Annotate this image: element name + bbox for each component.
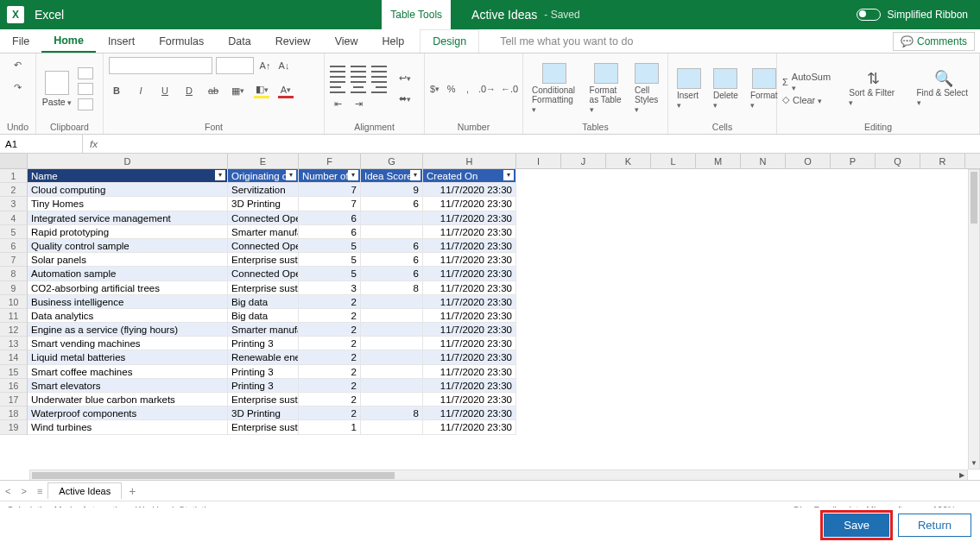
cell[interactable]: Data analytics <box>28 309 228 323</box>
tab-review[interactable]: Review <box>263 29 323 53</box>
cell[interactable]: Connected Oper <box>228 239 299 253</box>
cell[interactable]: Engine as a service (flying hours) <box>28 323 228 337</box>
tab-view[interactable]: View <box>323 29 370 53</box>
cell[interactable]: 5 <box>299 267 361 280</box>
format-as-table-button[interactable]: Format as Table <box>586 63 626 114</box>
paste-button[interactable]: Paste <box>41 71 73 107</box>
cell[interactable]: 6 <box>299 211 361 225</box>
cell[interactable]: 2 <box>299 365 361 379</box>
border-button[interactable]: ▦ <box>230 83 245 98</box>
cell[interactable] <box>361 350 423 364</box>
return-button[interactable]: Return <box>898 514 971 537</box>
bold-button[interactable]: B <box>109 83 124 98</box>
row-header[interactable]: 12 <box>0 323 28 337</box>
cell[interactable]: 11/7/2020 23:30 <box>423 420 516 434</box>
cell-styles-button[interactable]: Cell Styles <box>631 63 662 114</box>
simplified-ribbon-toggle[interactable] <box>857 9 881 21</box>
col-header[interactable]: R <box>920 154 965 168</box>
align-left-icon[interactable] <box>330 81 345 93</box>
cell[interactable]: 6 <box>361 197 423 211</box>
insert-cells-button[interactable]: Insert <box>673 68 705 110</box>
find-select-button[interactable]: 🔍Find & Select <box>914 71 974 107</box>
cell[interactable] <box>361 420 423 434</box>
cell[interactable]: Big data <box>228 309 299 323</box>
cell[interactable]: 6 <box>299 225 361 239</box>
cell[interactable]: Enterprise susta <box>228 420 299 434</box>
col-header[interactable]: M <box>696 154 741 168</box>
cell[interactable] <box>361 309 423 323</box>
cell[interactable] <box>361 393 423 406</box>
cell[interactable]: 11/7/2020 23:30 <box>423 406 516 420</box>
cell[interactable]: Solar panels <box>28 253 228 267</box>
filter-icon[interactable]: ▾ <box>215 170 225 180</box>
strikethrough-button[interactable]: ab <box>205 83 221 98</box>
col-header[interactable]: N <box>741 154 786 168</box>
cell[interactable]: 8 <box>361 281 423 295</box>
underline-button[interactable]: U <box>157 83 173 98</box>
delete-cells-button[interactable]: Delete <box>710 68 742 110</box>
cell[interactable]: Renewable ener <box>228 350 299 364</box>
cell[interactable]: 9 <box>361 183 423 197</box>
cell[interactable]: 2 <box>299 379 361 393</box>
align-top-icon[interactable] <box>330 66 345 78</box>
decrease-decimal-icon[interactable]: ←.0 <box>502 81 517 97</box>
decrease-indent-icon[interactable]: ⇤ <box>330 97 345 112</box>
cell[interactable]: 11/7/2020 23:30 <box>423 337 516 350</box>
fill-color-button[interactable]: ◧ <box>254 83 269 98</box>
sort-filter-button[interactable]: ⇅Sort & Filter <box>845 71 901 107</box>
cell[interactable]: 11/7/2020 23:30 <box>423 239 516 253</box>
document-title[interactable]: Active Ideas <box>471 8 537 22</box>
row-header[interactable]: 4 <box>0 211 28 225</box>
cell[interactable]: 11/7/2020 23:30 <box>423 295 516 309</box>
align-bottom-icon[interactable] <box>371 66 387 78</box>
cell[interactable]: 2 <box>299 337 361 350</box>
cell[interactable]: Servitization <box>228 183 299 197</box>
cell[interactable]: 8 <box>361 406 423 420</box>
row-header[interactable]: 15 <box>0 365 28 379</box>
vertical-scrollbar[interactable]: ▲ ▼ <box>968 169 980 470</box>
row-header[interactable]: 14 <box>0 350 28 364</box>
cell[interactable]: Printing 3 <box>228 365 299 379</box>
cell[interactable]: Big data <box>228 295 299 309</box>
cell[interactable]: 3D Printing <box>228 197 299 211</box>
cell[interactable]: Enterprise susta <box>228 253 299 267</box>
row-header[interactable]: 5 <box>0 225 28 239</box>
save-button[interactable]: Save <box>824 514 889 537</box>
cell[interactable]: Rapid prototyping <box>28 225 228 239</box>
select-all-corner[interactable] <box>0 154 28 168</box>
row-header[interactable]: 8 <box>0 267 28 280</box>
cell[interactable]: 6 <box>361 267 423 280</box>
currency-format-icon[interactable]: $ <box>430 81 439 97</box>
cell[interactable]: 7 <box>299 183 361 197</box>
cell[interactable]: Quality control sample <box>28 239 228 253</box>
cell[interactable]: 11/7/2020 23:30 <box>423 183 516 197</box>
sheet-nav-next-icon[interactable]: > <box>16 486 31 496</box>
merge-center-icon[interactable]: ⬌ <box>397 91 413 107</box>
cell[interactable]: 2 <box>299 309 361 323</box>
row-header[interactable]: 9 <box>0 281 28 295</box>
copy-icon[interactable] <box>78 83 93 95</box>
add-sheet-button[interactable]: + <box>122 484 142 498</box>
increase-decimal-icon[interactable]: .0→ <box>479 81 495 97</box>
row-header[interactable]: 3 <box>0 197 28 211</box>
align-middle-icon[interactable] <box>351 66 366 78</box>
filter-icon[interactable]: ▾ <box>348 170 358 180</box>
cell[interactable]: Printing 3 <box>228 337 299 350</box>
cell[interactable]: 2 <box>299 323 361 337</box>
cell[interactable]: Connected Oper <box>228 267 299 280</box>
cell[interactable]: 2 <box>299 393 361 406</box>
row-header[interactable]: 10 <box>0 295 28 309</box>
row-header[interactable]: 1 <box>0 169 28 183</box>
row-header[interactable]: 2 <box>0 183 28 197</box>
cell[interactable]: 2 <box>299 350 361 364</box>
cell[interactable]: Integrated service management <box>28 211 228 225</box>
filter-icon[interactable]: ▾ <box>410 170 420 180</box>
scroll-thumb[interactable] <box>971 172 977 224</box>
col-header[interactable]: Q <box>876 154 920 168</box>
row-header[interactable]: 19 <box>0 420 28 434</box>
tab-insert[interactable]: Insert <box>96 29 147 53</box>
cell[interactable]: 1 <box>299 420 361 434</box>
row-header[interactable]: 11 <box>0 309 28 323</box>
grow-font-icon[interactable]: A↑ <box>257 58 273 73</box>
cell[interactable]: Business intelligence <box>28 295 228 309</box>
